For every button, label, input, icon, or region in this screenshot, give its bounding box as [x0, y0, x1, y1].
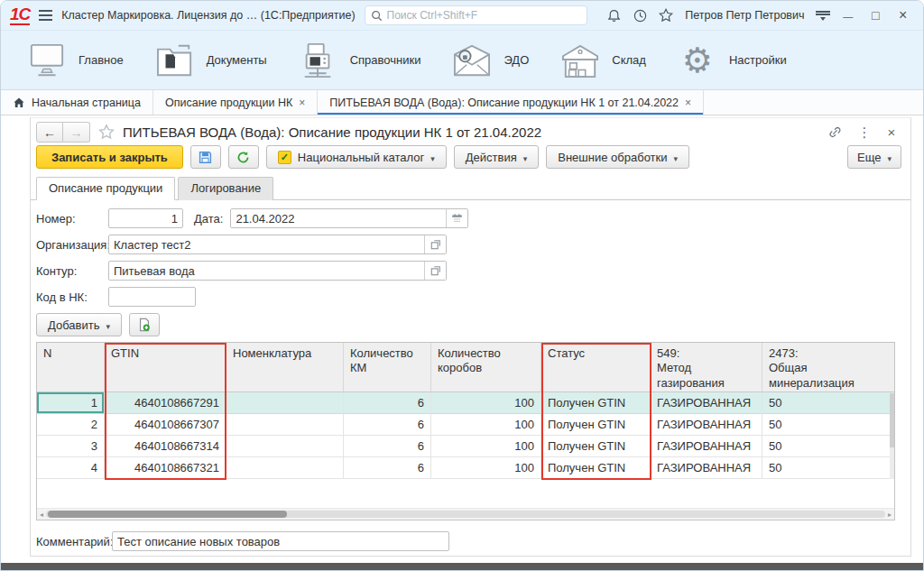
favorite-star-icon[interactable] — [97, 124, 116, 141]
refresh-button[interactable] — [228, 145, 259, 169]
notifications-bell-icon[interactable] — [605, 6, 623, 24]
column-header-549[interactable]: 549:Метод газирования — [651, 343, 762, 392]
scroll-left-icon[interactable] — [40, 511, 43, 519]
nk-code-field[interactable] — [108, 287, 196, 307]
external-processing-button[interactable]: Внешние обработки — [546, 145, 689, 169]
national-catalog-button[interactable]: Национальный каталог — [266, 145, 447, 169]
global-search[interactable] — [365, 5, 588, 25]
products-table: N GTIN Номенклатура Количество КМ Количе… — [36, 342, 895, 520]
tab-label: ПИТЬЕВАЯ ВОДА (Вода): Описание продукции… — [329, 97, 679, 109]
table-row[interactable]: 4 4640108667321 6 100 Получен GTIN ГАЗИР… — [37, 457, 894, 479]
ribbon-label: Главное — [79, 53, 124, 67]
tab-label: Описание продукции НК — [165, 97, 292, 109]
open-reference-icon[interactable] — [424, 235, 446, 253]
actions-button[interactable]: Действия — [454, 145, 540, 169]
add-button[interactable]: Добавить — [36, 313, 122, 336]
dropdown-caret-icon — [106, 318, 110, 332]
organization-label: Организация: — [36, 238, 108, 252]
maximize-button[interactable] — [866, 8, 885, 23]
table-header-row: N GTIN Номенклатура Количество КМ Количе… — [37, 343, 894, 392]
back-button[interactable] — [36, 122, 63, 143]
number-field[interactable] — [108, 208, 183, 228]
table-row[interactable]: 2 4640108667307 6 100 Получен GTIN ГАЗИР… — [37, 414, 894, 436]
tab-product-list[interactable]: Описание продукции НК × — [153, 90, 318, 115]
date-field[interactable] — [231, 209, 446, 227]
dropdown-caret-icon — [674, 151, 679, 164]
column-header-gtin[interactable]: GTIN — [105, 343, 226, 392]
1c-logo-icon: 1С — [10, 5, 30, 25]
edo-envelope-icon — [451, 41, 493, 79]
get-link-icon[interactable] — [827, 124, 847, 140]
search-input[interactable] — [387, 9, 582, 22]
service-menu-icon[interactable] — [816, 11, 830, 21]
ribbon-item-edo[interactable]: ЭДО — [442, 36, 545, 85]
column-header-n[interactable]: N — [37, 343, 105, 392]
close-window-button[interactable] — [894, 7, 913, 23]
minimize-button[interactable] — [839, 8, 858, 23]
main-area: ПИТЬЕВАЯ ВОДА (Вода): Описание продукции… — [1, 115, 923, 570]
organization-field[interactable] — [109, 235, 424, 253]
tab-label: Начальная страница — [32, 97, 141, 109]
form-header: ПИТЬЕВАЯ ВОДА (Вода): Описание продукции… — [31, 118, 910, 143]
table-row[interactable]: 1 4640108667291 6 100 Получен GTIN ГАЗИР… — [37, 392, 894, 414]
comment-field[interactable] — [112, 531, 449, 551]
main-menu-icon[interactable] — [39, 10, 52, 21]
command-bar: Записать и закрыть Национальный каталог … — [31, 143, 910, 175]
subtab-description[interactable]: Описание продукции — [36, 177, 175, 200]
refresh-icon — [236, 150, 251, 165]
floppy-icon — [198, 150, 213, 165]
catalogs-machine-icon — [298, 41, 339, 79]
history-icon[interactable] — [632, 6, 649, 24]
more-button[interactable]: Еще — [847, 145, 901, 169]
load-file-button[interactable] — [129, 313, 160, 336]
home-icon — [13, 97, 25, 108]
contour-label: Контур: — [36, 264, 108, 278]
column-header-2473[interactable]: 2473:Общая минерализация — [762, 343, 894, 392]
open-reference-icon[interactable] — [424, 262, 446, 280]
scrollbar-thumb[interactable] — [890, 393, 894, 447]
horizontal-scrollbar[interactable] — [37, 509, 894, 520]
vertical-scrollbar[interactable] — [890, 393, 894, 479]
user-name[interactable]: Петров Петр Петрович — [685, 9, 804, 22]
subtab-logging[interactable]: Логирование — [178, 177, 273, 200]
forward-button[interactable] — [63, 122, 90, 143]
close-tab-icon[interactable]: × — [299, 97, 305, 109]
column-header-status[interactable]: Статус — [541, 343, 651, 392]
ribbon-item-home[interactable]: Главное — [17, 36, 140, 85]
close-form-icon[interactable] — [882, 124, 901, 141]
ribbon-label: Склад — [612, 53, 646, 67]
search-icon — [371, 10, 383, 22]
save-and-close-button[interactable]: Записать и закрыть — [36, 145, 183, 169]
form-body: Номер: Дата: Организация: — [31, 200, 910, 557]
app-window: 1С Кластер Маркировка. Лицензия до … (1С… — [0, 0, 924, 571]
document-add-icon — [137, 318, 152, 332]
dropdown-caret-icon — [887, 151, 892, 164]
scrollbar-thumb[interactable] — [48, 511, 287, 518]
favorites-star-icon[interactable] — [658, 6, 675, 24]
ribbon-item-catalogs[interactable]: Справочники — [289, 36, 438, 85]
column-header-nomenclature[interactable]: Номенклатура — [226, 343, 344, 392]
ribbon-item-warehouse[interactable]: Склад — [550, 36, 662, 85]
gear-icon: ⚙ — [677, 41, 718, 79]
scroll-right-icon[interactable] — [888, 511, 892, 519]
save-button[interactable] — [190, 145, 221, 169]
ribbon-item-documents[interactable]: Документы — [145, 36, 283, 85]
column-header-km-count[interactable]: Количество КМ — [344, 343, 431, 392]
calendar-icon[interactable] — [446, 209, 467, 227]
national-catalog-icon — [278, 151, 291, 164]
column-header-box-count[interactable]: Количество коробов — [431, 343, 541, 392]
form-subtabs: Описание продукции Логирование — [31, 175, 910, 200]
tab-product-card[interactable]: ПИТЬЕВАЯ ВОДА (Вода): Описание продукции… — [318, 90, 704, 115]
warehouse-icon — [559, 41, 601, 79]
ribbon-item-settings[interactable]: ⚙ Настройки — [668, 36, 803, 85]
section-ribbon: Главное Документы Справочники ЭДО Склад — [1, 31, 923, 90]
contour-field[interactable] — [109, 262, 424, 280]
titlebar: 1С Кластер Маркировка. Лицензия до … (1С… — [1, 1, 923, 31]
number-label: Номер: — [36, 212, 108, 226]
form-title: ПИТЬЕВАЯ ВОДА (Вода): Описание продукции… — [123, 124, 820, 140]
table-row[interactable]: 3 4640108667314 6 100 Получен GTIN ГАЗИР… — [37, 436, 894, 457]
tab-home[interactable]: Начальная страница — [1, 90, 153, 115]
close-tab-icon[interactable]: × — [685, 97, 691, 109]
folder-document-icon — [154, 41, 196, 79]
more-menu-icon[interactable] — [855, 124, 874, 141]
